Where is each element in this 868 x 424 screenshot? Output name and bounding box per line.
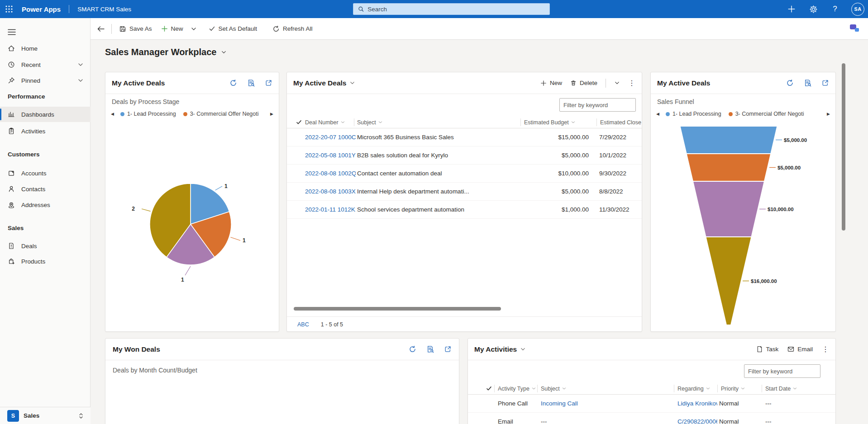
funnel-segment-2[interactable] — [687, 154, 771, 181]
legend-next-icon[interactable]: ▶ — [270, 112, 273, 116]
hamburger-menu-icon[interactable] — [5, 25, 19, 39]
select-all-checkmark-icon[interactable] — [486, 382, 492, 395]
new-record-button[interactable]: New — [540, 80, 562, 86]
refresh-icon[interactable] — [409, 345, 416, 353]
widget-title[interactable]: My Active Deals — [293, 79, 355, 87]
sidebar-item-dashboards[interactable]: Dashboards — [0, 107, 91, 122]
dashboard-content: Sales Manager Workplace My Active Deals … — [91, 40, 868, 424]
view-records-icon[interactable] — [426, 345, 434, 353]
sidebar-item-label: Dashboards — [21, 111, 54, 118]
popout-icon[interactable] — [821, 79, 829, 87]
column-header-start-date[interactable]: Start Date — [765, 382, 811, 395]
table-row[interactable]: 2022-05-08 1001Y8M2 B2B sales solution d… — [287, 146, 642, 165]
legend-next-icon[interactable]: ▶ — [827, 112, 830, 116]
refresh-all-button[interactable]: Refresh All — [268, 21, 317, 37]
scrollbar-thumb[interactable] — [294, 307, 501, 311]
help-icon[interactable]: ? — [830, 4, 840, 14]
deal-number-link[interactable]: 2022-08-08 1002Q4N5 — [305, 165, 356, 183]
funnel-segment-1[interactable] — [680, 126, 777, 154]
funnel-segment-3[interactable] — [693, 181, 764, 237]
view-records-icon[interactable] — [804, 79, 811, 87]
table-row[interactable]: 2022-08-08 1002Q4N5 Contact center autom… — [287, 165, 642, 183]
regarding-link[interactable]: Lidiya Kronikov — [677, 395, 717, 413]
sidebar-item-accounts[interactable]: Accounts — [0, 165, 91, 181]
global-search-box[interactable] — [353, 3, 550, 15]
person-icon — [8, 185, 15, 193]
popout-icon[interactable] — [444, 345, 452, 353]
sidebar-item-home[interactable]: Home — [0, 41, 91, 56]
vertical-scrollbar[interactable] — [842, 63, 845, 231]
table-row[interactable]: Email --- C/290822/0006 Normal --- — [468, 413, 835, 424]
legend-item: 1- Lead Processing — [666, 111, 721, 117]
sidebar-item-recent[interactable]: Recent — [0, 57, 91, 72]
global-search-input[interactable] — [367, 6, 545, 13]
table-row[interactable]: Phone Call Incoming Call Lidiya Kronikov… — [468, 395, 835, 413]
column-header-activity-type[interactable]: Activity Type — [498, 382, 538, 395]
column-header-estimated-close-date[interactable]: Estimated Close D — [600, 116, 642, 128]
user-avatar[interactable]: SA — [851, 3, 864, 16]
gear-icon[interactable] — [808, 4, 819, 14]
deal-number-link[interactable]: 2022-20-07 1000C5L0 — [305, 128, 356, 146]
more-commands-icon[interactable]: ⋮ — [822, 346, 829, 353]
grid-filter-input[interactable] — [744, 364, 820, 378]
deal-number-link[interactable]: 2022-05-08 1001Y8M2 — [305, 146, 356, 165]
subject-link[interactable]: Incoming Call — [541, 395, 671, 413]
widget-my-active-deals-funnel: My Active Deals Sales Funnel ◀ 1- Lead P… — [650, 72, 836, 332]
back-button[interactable] — [93, 21, 109, 37]
refresh-icon[interactable] — [229, 79, 237, 87]
deal-number-link[interactable]: 2022-08-08 1003X7B4 — [305, 183, 356, 201]
task-button[interactable]: Task — [757, 346, 778, 353]
email-button[interactable]: Email — [787, 346, 813, 353]
select-all-checkmark-icon[interactable] — [296, 116, 302, 128]
column-header-subject[interactable]: Subject — [357, 116, 398, 128]
column-header-subject[interactable]: Subject — [541, 382, 577, 395]
deal-number-link[interactable]: 2022-01-11 1012K1Z4 — [305, 201, 356, 219]
pie-data-label: 2 — [132, 206, 135, 212]
horizontal-scrollbar[interactable] — [293, 307, 636, 311]
start-date-cell: --- — [765, 395, 811, 413]
widget-actions — [786, 79, 829, 87]
jump-bar-toggle[interactable]: ABC — [297, 321, 309, 328]
table-row[interactable]: 2022-01-11 1012K1Z4 School services depa… — [287, 201, 642, 219]
app-name[interactable]: Power Apps — [22, 5, 61, 13]
new-button[interactable]: New — [157, 21, 188, 37]
delete-button[interactable]: Delete — [570, 80, 597, 86]
set-as-default-button[interactable]: Set As Default — [204, 21, 262, 37]
dashboard-selector[interactable]: Sales Manager Workplace — [105, 47, 227, 57]
table-row[interactable]: 2022-08-08 1003X7B4 Internal Help desk d… — [287, 183, 642, 201]
column-header-deal-number[interactable]: Deal Number — [305, 116, 353, 128]
add-icon[interactable] — [786, 4, 797, 14]
widget-title[interactable]: My Activities — [474, 345, 525, 353]
sidebar-item-pinned[interactable]: Pinned — [0, 73, 91, 88]
view-records-icon[interactable] — [247, 79, 255, 87]
legend-prev-icon[interactable]: ◀ — [111, 112, 114, 116]
refresh-icon[interactable] — [786, 79, 794, 87]
chevron-down-icon[interactable] — [78, 78, 83, 83]
sidebar-item-products[interactable]: Products — [0, 254, 91, 269]
sidebar-item-addresses[interactable]: Addresses — [0, 197, 91, 212]
sidebar-item-contacts[interactable]: Contacts — [0, 181, 91, 197]
app-launcher-waffle-icon[interactable] — [0, 0, 18, 18]
environment-label: Sales — [24, 412, 39, 419]
sidebar-item-deals[interactable]: Deals — [0, 238, 91, 254]
regarding-link[interactable]: C/290822/0006 — [677, 413, 717, 424]
chevron-down-icon[interactable] — [78, 62, 83, 67]
column-header-estimated-budget[interactable]: Estimated Budget — [524, 116, 583, 128]
grid-filter-input[interactable] — [559, 98, 636, 112]
page-title: Sales Manager Workplace — [105, 47, 216, 57]
column-header-priority[interactable]: Priority — [721, 382, 757, 395]
column-header-regarding[interactable]: Regarding — [677, 382, 716, 395]
new-split-chevron[interactable] — [188, 21, 200, 37]
chat-bubbles-icon[interactable] — [850, 24, 859, 32]
table-row[interactable]: 2022-20-07 1000C5L0 Microsoft 365 Busine… — [287, 128, 642, 146]
legend-prev-icon[interactable]: ◀ — [656, 112, 659, 116]
popout-icon[interactable] — [265, 79, 272, 87]
widget-title: My Active Deals — [657, 79, 710, 87]
environment-name[interactable]: SMART CRM Sales — [77, 6, 131, 13]
widget-header: My Active Deals — [651, 72, 835, 94]
save-as-button[interactable]: Save As — [114, 21, 157, 37]
more-commands-icon[interactable]: ⋮ — [628, 80, 635, 87]
toolbar-chevron[interactable] — [614, 80, 620, 86]
environment-switcher[interactable]: S Sales — [0, 407, 91, 424]
sidebar-item-activities[interactable]: Activities — [0, 123, 91, 139]
